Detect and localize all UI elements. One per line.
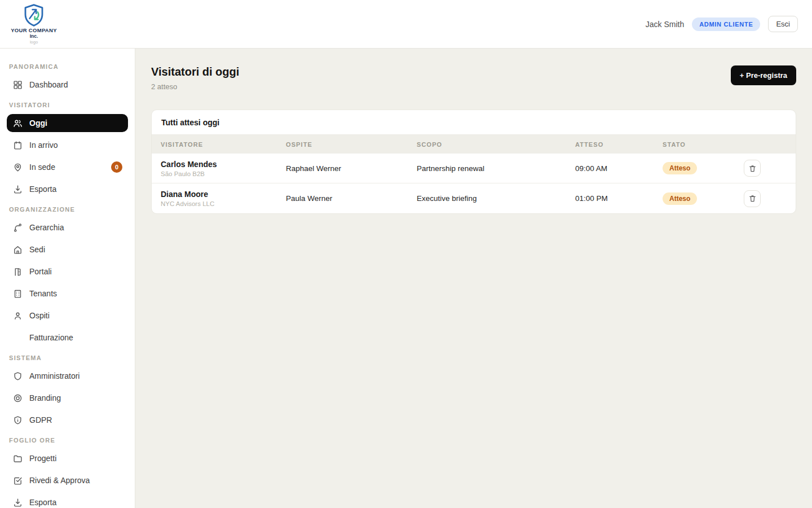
- grid-icon: [12, 80, 23, 90]
- sidebar-item-label: Esporta: [29, 185, 56, 194]
- logo-company-name: YOUR COMPANY: [11, 27, 57, 33]
- column-header-scopo: Scopo: [408, 141, 566, 148]
- host-cell: Paula Werner: [277, 194, 408, 203]
- hierarchy-icon: [12, 222, 23, 233]
- section-label-foglio-ore: Foglio ore: [9, 437, 126, 444]
- section-label-visitatori: Visitatori: [9, 102, 126, 108]
- expected-time-cell: 01:00 PM: [566, 194, 654, 203]
- sidebar-item-label: Progetti: [29, 454, 56, 463]
- sidebar-item-rivedi-approva[interactable]: Rivedi & Approva: [7, 471, 128, 489]
- trash-icon: [748, 194, 757, 203]
- logo-suffix: Inc.: [30, 33, 38, 39]
- sidebar-item-oggi[interactable]: Oggi: [7, 114, 128, 132]
- card-title: Tutti attesi oggi: [152, 110, 796, 135]
- sidebar-item-tenants[interactable]: Tenants: [7, 284, 128, 303]
- host-cell: Raphael Werner: [277, 164, 408, 173]
- app-window: YOUR COMPANY Inc. logo Jack Smith ADMIN …: [0, 0, 812, 508]
- in-sede-count-badge: 0: [111, 161, 122, 173]
- sidebar-item-esporta-foglio-ore[interactable]: Esporta: [7, 493, 128, 508]
- disc-icon: [12, 393, 23, 403]
- sidebar-item-esporta-visitatori[interactable]: Esporta: [7, 180, 128, 198]
- sidebar-item-in-sede[interactable]: In sede 0: [7, 158, 128, 176]
- delete-visitor-button[interactable]: [744, 190, 761, 207]
- expected-time-cell: 09:00 AM: [566, 164, 654, 173]
- preregister-button[interactable]: + Pre-registra: [731, 65, 796, 85]
- sidebar-item-label: Esporta: [29, 498, 56, 507]
- sidebar-item-gerarchia[interactable]: Gerarchia: [7, 218, 128, 237]
- page-title: Visitatori di oggi: [151, 65, 239, 78]
- visitor-name: Diana Moore: [161, 190, 277, 199]
- sidebar-item-label: Fatturazione: [29, 333, 73, 342]
- column-header-visitatore: Visitatore: [152, 141, 277, 148]
- sidebar-item-label: Tenants: [29, 289, 57, 298]
- section-label-organizzazione: Organizzazione: [9, 206, 126, 213]
- section-label-sistema: Sistema: [9, 354, 126, 361]
- building-icon: [12, 288, 23, 299]
- user-area: Jack Smith ADMIN CLIENTE Esci: [646, 16, 798, 32]
- status-cell: Atteso: [654, 162, 727, 174]
- top-bar: YOUR COMPANY Inc. logo Jack Smith ADMIN …: [0, 0, 812, 49]
- column-header-stato: Stato: [654, 141, 727, 148]
- sidebar-item-label: Dashboard: [29, 80, 68, 89]
- table-header-row: Visitatore Ospite Scopo Atteso Stato: [152, 135, 796, 154]
- column-header-ospite: Ospite: [277, 141, 408, 148]
- sidebar: Panoramica Dashboard Visitatori Oggi In …: [0, 49, 135, 508]
- user-name: Jack Smith: [646, 20, 684, 29]
- sidebar-item-ospiti[interactable]: Ospiti: [7, 306, 128, 325]
- users-icon: [12, 118, 23, 128]
- sidebar-item-fatturazione[interactable]: Fatturazione: [7, 329, 128, 347]
- sidebar-item-label: In sede: [29, 163, 55, 172]
- user-icon: [12, 310, 23, 321]
- page-subtitle: 2 atteso: [151, 82, 239, 91]
- company-logo: YOUR COMPANY Inc. logo: [14, 4, 54, 45]
- sidebar-item-branding[interactable]: Branding: [7, 389, 128, 407]
- sidebar-item-label: Rivedi & Approva: [29, 476, 90, 485]
- status-badge: Atteso: [663, 192, 697, 205]
- check-square-icon: [12, 475, 23, 485]
- expected-today-card: Tutti attesi oggi Visitatore Ospite Scop…: [151, 110, 796, 214]
- page-header: Visitatori di oggi 2 atteso + Pre-regist…: [151, 65, 796, 91]
- download-icon: [12, 184, 23, 194]
- shield-icon: [12, 371, 23, 381]
- sidebar-item-label: Branding: [29, 393, 61, 402]
- shield-dot-icon: [12, 415, 23, 425]
- map-pin-icon: [12, 162, 23, 172]
- trash-icon: [748, 164, 757, 173]
- section-label-panoramica: Panoramica: [9, 63, 126, 70]
- sidebar-item-label: GDPR: [29, 415, 52, 424]
- sidebar-item-dashboard[interactable]: Dashboard: [7, 76, 128, 94]
- sidebar-item-label: Ospiti: [29, 311, 50, 320]
- door-icon: [12, 266, 23, 277]
- sidebar-item-label: In arrivo: [29, 141, 58, 150]
- role-badge: ADMIN CLIENTE: [692, 17, 760, 31]
- home-icon: [12, 244, 23, 255]
- status-badge: Atteso: [663, 162, 697, 174]
- sidebar-item-sedi[interactable]: Sedi: [7, 240, 128, 259]
- actions-cell: [727, 190, 796, 207]
- visitor-cell: Carlos Mendes São Paulo B2B: [152, 160, 277, 177]
- purpose-cell: Partnership renewal: [408, 164, 566, 173]
- sidebar-item-amministratori[interactable]: Amministratori: [7, 367, 128, 385]
- download-icon: [12, 497, 23, 507]
- visitor-name: Carlos Mendes: [161, 160, 277, 169]
- purpose-cell: Executive briefing: [408, 194, 566, 203]
- sidebar-item-gdpr[interactable]: GDPR: [7, 411, 128, 429]
- shield-logo-icon: [23, 4, 45, 27]
- sidebar-item-progetti[interactable]: Progetti: [7, 449, 128, 467]
- main-content: Visitatori di oggi 2 atteso + Pre-regist…: [135, 49, 812, 508]
- column-header-atteso: Atteso: [566, 141, 654, 148]
- sidebar-item-label: Gerarchia: [29, 223, 64, 232]
- logo-caption: logo: [30, 40, 38, 45]
- delete-visitor-button[interactable]: [744, 160, 761, 177]
- sidebar-item-portali[interactable]: Portali: [7, 262, 128, 281]
- visitor-cell: Diana Moore NYC Advisors LLC: [152, 190, 277, 207]
- actions-cell: [727, 160, 796, 177]
- visitor-company: São Paulo B2B: [161, 170, 277, 177]
- sidebar-item-label: Portali: [29, 267, 52, 276]
- logout-button[interactable]: Esci: [768, 16, 798, 32]
- sidebar-item-label: Sedi: [29, 245, 45, 254]
- folder-icon: [12, 453, 23, 463]
- calendar-icon: [12, 140, 23, 150]
- sidebar-item-in-arrivo[interactable]: In arrivo: [7, 136, 128, 154]
- status-cell: Atteso: [654, 192, 727, 205]
